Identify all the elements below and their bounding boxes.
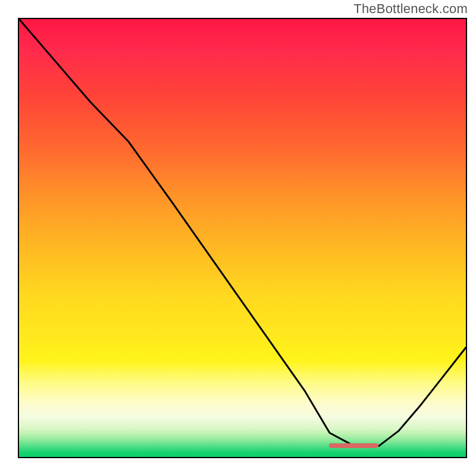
optimum-marker: [329, 443, 378, 448]
curve-layer: [19, 19, 466, 457]
plot-area: [18, 18, 467, 458]
attribution-text: TheBottleneck.com: [353, 1, 468, 17]
bottleneck-curve: [19, 19, 466, 446]
chart-canvas: TheBottleneck.com: [0, 0, 476, 476]
